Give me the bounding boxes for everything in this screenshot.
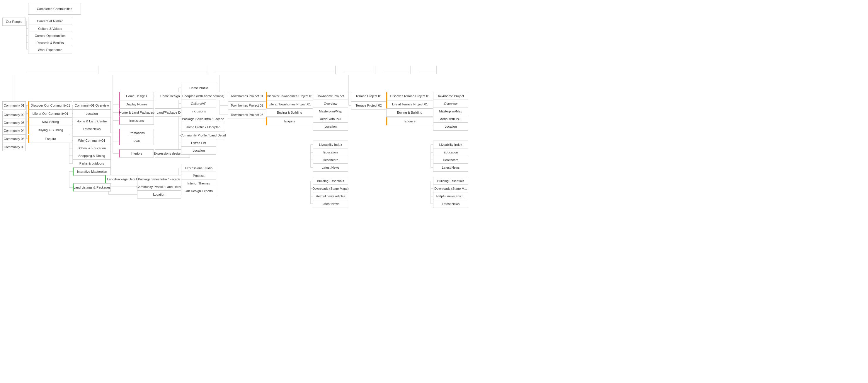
buying-building-c01[interactable]: Buying & Building xyxy=(28,126,72,134)
promotions[interactable]: Promotions xyxy=(119,129,154,137)
masterplan-map-t[interactable]: Masterplan/Map xyxy=(433,107,468,115)
terrace-project-01[interactable]: Terrace Project 01 xyxy=(351,92,386,100)
overview-th[interactable]: Overview xyxy=(313,100,348,108)
inclusions2[interactable]: Inclusions xyxy=(181,107,216,115)
gallery-vr[interactable]: Gallery/VR xyxy=(181,100,216,108)
process[interactable]: Process xyxy=(181,172,216,180)
completed-communities[interactable]: Completed Communities xyxy=(28,3,81,15)
townhomes-project-02[interactable]: Townhomes Project 02 xyxy=(228,101,266,109)
liveability-th[interactable]: Liveability Index xyxy=(313,141,348,149)
community-02[interactable]: Community 02 xyxy=(2,111,26,119)
buying-building-terrace[interactable]: Buying & Building xyxy=(386,108,433,116)
school-edu[interactable]: School & Education xyxy=(73,144,111,152)
parks[interactable]: Parks & outdoors xyxy=(73,159,111,168)
townhomes-project-03[interactable]: Townhomes Project 03 xyxy=(228,111,266,119)
interactive-masterplan[interactable]: Interative Masterplan xyxy=(73,168,111,176)
c01-overview[interactable]: Community01 Overview xyxy=(73,101,111,109)
aerial-poi-t[interactable]: Aerial with POI xyxy=(433,115,468,123)
downloads-t[interactable]: Downloads (Stage M... xyxy=(433,184,468,193)
location-t[interactable]: Location xyxy=(433,123,468,131)
education-th[interactable]: Education xyxy=(313,148,348,156)
helpful-news-th[interactable]: Helpful news articles xyxy=(313,192,348,200)
community-03[interactable]: Community 03 xyxy=(2,118,26,127)
sitemap-container: Completed CommunitiesOur PeopleCareers a… xyxy=(0,0,868,383)
masterplan-map-th[interactable]: Masterplan/Map xyxy=(313,107,348,115)
discover-c01[interactable]: Discover Our Community01 xyxy=(28,101,72,109)
home-profile[interactable]: Home Profile xyxy=(181,84,216,92)
enquire-th[interactable]: Enquire xyxy=(266,117,313,125)
building-essentials-t[interactable]: Building Essentials xyxy=(433,177,468,185)
location-th[interactable]: Location xyxy=(313,123,348,131)
townhome-project[interactable]: Townhome Project xyxy=(313,92,348,100)
healthcare-th[interactable]: Healthcare xyxy=(313,156,348,164)
display-homes[interactable]: Display Homes xyxy=(119,100,154,108)
building-essentials-th[interactable]: Building Essentials xyxy=(313,177,348,185)
community-05[interactable]: Community 05 xyxy=(2,135,26,143)
townhomes-project-01[interactable]: Townhomes Project 01 xyxy=(228,92,266,100)
land-listings[interactable]: Land Listings & Packages xyxy=(73,183,111,192)
discover-terrace[interactable]: Discover Terrace Project 01 xyxy=(386,92,433,100)
tools[interactable]: Tools xyxy=(119,137,154,145)
our-design-experts[interactable]: Our Design Experts xyxy=(181,187,216,195)
education-t[interactable]: Education xyxy=(433,148,468,156)
floorplan[interactable]: Floorplan (with home options) xyxy=(181,92,225,100)
location-new[interactable]: Location xyxy=(181,146,216,154)
work-exp[interactable]: Work Experience xyxy=(28,46,72,54)
helpful-news-t[interactable]: Helpful news articl... xyxy=(433,192,468,200)
latest-news-t[interactable]: Latest News xyxy=(433,163,468,172)
why-c01[interactable]: Why Community01 xyxy=(73,136,111,145)
expressions-studio[interactable]: Expressions Studio xyxy=(181,164,216,172)
latest-news-c01[interactable]: Latest News xyxy=(73,125,111,133)
extras-list[interactable]: Extras List xyxy=(181,139,216,147)
townhome-project-t[interactable]: Townhome Project xyxy=(433,92,468,100)
community-profile-land[interactable]: Community Profile / Land Detail xyxy=(181,131,225,139)
inclusions[interactable]: Inclusions xyxy=(119,116,154,125)
liveability-t[interactable]: Liveability Index xyxy=(433,141,468,149)
discover-townhomes[interactable]: Discover Townhomes Project 01 xyxy=(266,92,313,100)
pkg-sales-intro[interactable]: Package Sales Intro / Façade xyxy=(181,115,225,123)
overview-t[interactable]: Overview xyxy=(433,100,468,108)
enquire-c01[interactable]: Enquire xyxy=(28,135,72,143)
interior-themes[interactable]: Interior Themes xyxy=(181,179,216,187)
home-profile-floorplan[interactable]: Home Profile / Floorplan xyxy=(181,123,225,131)
life-townhomes[interactable]: Life at Townhomes Project 01 xyxy=(266,100,313,108)
community-01[interactable]: Community 01 xyxy=(2,101,26,109)
enquire-terrace[interactable]: Enquire xyxy=(386,117,433,125)
careers[interactable]: Careers at Ausbild xyxy=(28,17,72,25)
terrace-project-02[interactable]: Terrace Project 02 xyxy=(351,101,386,109)
community-06[interactable]: Community 06 xyxy=(2,143,26,151)
latest-news-th[interactable]: Latest News xyxy=(313,163,348,172)
aerial-poi-th[interactable]: Aerial with POI xyxy=(313,115,348,123)
land-pkg-details2[interactable]: Land/Package Details xyxy=(105,175,140,183)
shopping[interactable]: Shopping & Dining xyxy=(73,152,111,160)
location-c01[interactable]: Location xyxy=(73,109,111,118)
our-people[interactable]: Our People xyxy=(2,18,26,26)
now-selling[interactable]: Now Selling xyxy=(28,118,72,126)
interiors[interactable]: Interiors xyxy=(119,149,154,158)
pkg-sales-intro2[interactable]: Package Sales Intro / Façade xyxy=(137,175,181,183)
life-terrace[interactable]: Life at Terrace Project 01 xyxy=(386,100,433,108)
community-04[interactable]: Community 04 xyxy=(2,127,26,135)
downloads-th[interactable]: Downloads (Stage Maps) xyxy=(313,184,348,193)
home-designs[interactable]: Home Designs xyxy=(119,92,154,100)
home-land-c01[interactable]: Home & Land Centre xyxy=(73,117,111,125)
life-c01[interactable]: Life at Our Community01 xyxy=(28,109,72,118)
latest-news-th2[interactable]: Latest News xyxy=(313,200,348,208)
community-profile-land2[interactable]: Community Profile / Land Detail xyxy=(137,183,181,191)
healthcare-t[interactable]: Healthcare xyxy=(433,156,468,164)
latest-news-t2[interactable]: Latest News xyxy=(433,200,468,208)
location2[interactable]: Location xyxy=(137,190,181,199)
buying-building-th[interactable]: Buying & Building xyxy=(266,108,313,116)
home-land-packages[interactable]: Home & Land Packages xyxy=(119,108,154,116)
